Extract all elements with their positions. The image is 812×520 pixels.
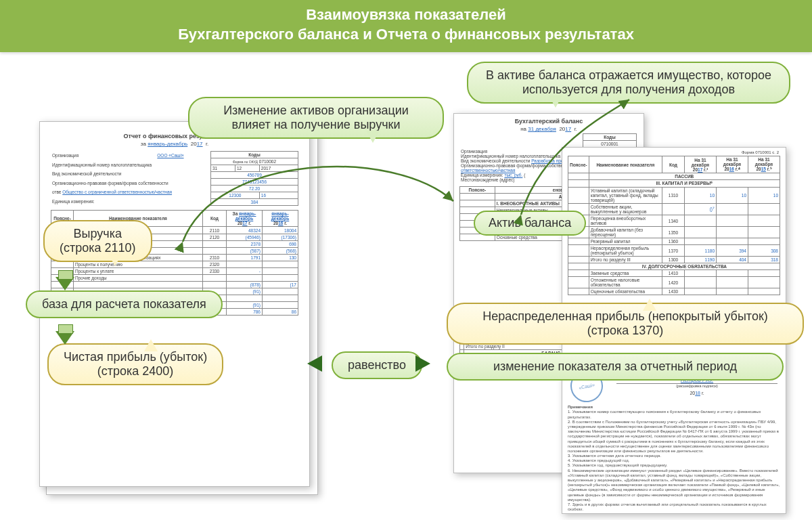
arrow-left-right-icon (415, 355, 430, 372)
balance-notes: Примечания 1. Указывается номер соответс… (562, 402, 786, 515)
arrow-down-icon (55, 277, 74, 290)
callout-retained: Нераспределенная прибыль (непокрытый убы… (447, 303, 804, 345)
callout-revenue: Выручка (строка 2110) (43, 220, 152, 262)
page-title: Взаимоувязка показателей Бухгалтерского … (0, 0, 812, 52)
title-line2: Бухгалтерского баланса и Отчета о финанс… (0, 25, 812, 45)
diagram-stage: Отчет о финансовых результатах за январь… (0, 52, 812, 520)
callout-asset-label: Актив баланса (474, 211, 586, 236)
callout-base: база для расчета показателя (26, 290, 223, 318)
callout-net-profit: Чистая прибыль (убыток) (строка 2400) (47, 343, 223, 385)
callout-assets-change: Изменение активов организации влияет на … (188, 97, 444, 139)
callout-balance-asset: В активе баланса отражается имущество, к… (467, 62, 790, 104)
pl-period-line: за январь-декабрь 2017 г. (51, 141, 298, 147)
arrow-left-right-icon (307, 355, 322, 372)
callout-change-period: изменение показателя за отчетный период (447, 353, 784, 381)
arrow-down-icon (55, 331, 74, 345)
callout-equality: равенство (332, 351, 422, 379)
title-line1: Взаимоувязка показателей (0, 5, 812, 25)
